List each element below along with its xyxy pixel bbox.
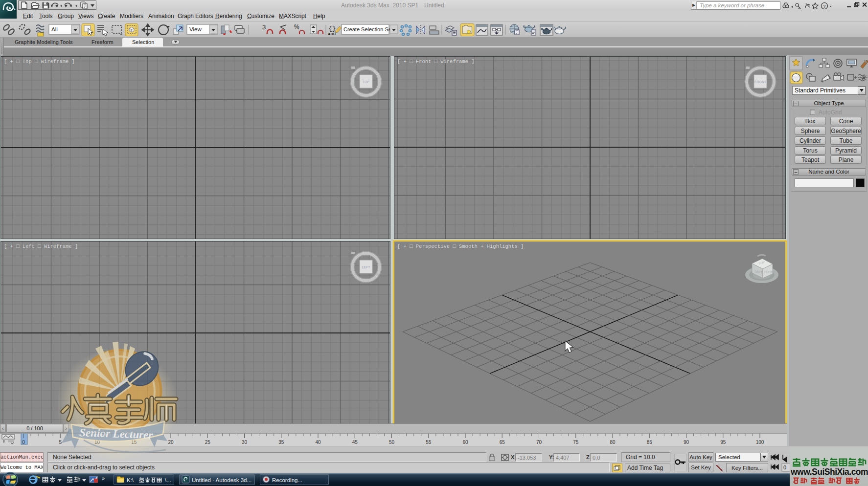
svg-text:0: 0	[783, 464, 786, 470]
svg-text:TOP: TOP	[363, 80, 370, 84]
svg-text:3: 3	[262, 23, 266, 31]
svg-text:?: ?	[823, 4, 826, 9]
svg-text:LEFT: LEFT	[362, 265, 370, 269]
svg-text:View: View	[189, 26, 202, 32]
svg-text:70: 70	[536, 440, 542, 445]
svg-text:{}: {}	[328, 25, 336, 32]
svg-text:95: 95	[720, 440, 726, 445]
svg-text:100: 100	[756, 440, 764, 445]
svg-text:Create Selection Se⋮: Create Selection Se⋮	[343, 26, 397, 32]
svg-text:65: 65	[500, 440, 505, 445]
svg-text:50: 50	[389, 440, 395, 445]
svg-text:All: All	[51, 26, 58, 32]
svg-text:%: %	[294, 23, 299, 30]
svg-text:80: 80	[610, 440, 616, 445]
svg-text:25: 25	[205, 440, 211, 445]
svg-text:Senior Lecturer: Senior Lecturer	[79, 426, 154, 441]
svg-text:30: 30	[242, 440, 248, 445]
svg-text:FRONT: FRONT	[754, 80, 767, 84]
svg-text:35: 35	[278, 440, 284, 445]
svg-text:90: 90	[684, 440, 689, 445]
svg-text:60: 60	[462, 440, 468, 445]
svg-text:0: 0	[22, 440, 25, 445]
svg-text:www.SuiShiXia.com: www.SuiShiXia.com	[790, 467, 868, 477]
svg-text:FRONT: FRONT	[764, 270, 775, 274]
svg-text:45: 45	[352, 440, 358, 445]
svg-text:ABC: ABC	[328, 32, 336, 36]
svg-text:85: 85	[647, 440, 653, 445]
svg-text:40: 40	[315, 440, 321, 445]
svg-text:55: 55	[426, 440, 432, 445]
svg-text:75: 75	[573, 440, 579, 445]
